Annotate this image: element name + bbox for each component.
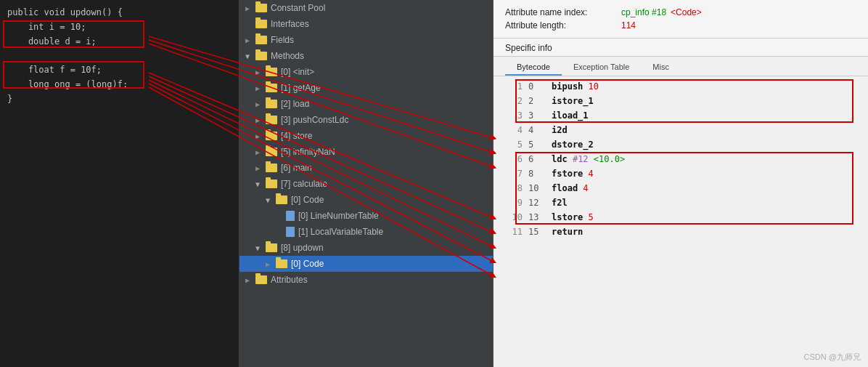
folder-icon-updown-code: [276, 259, 287, 268]
tree-item-updown[interactable]: ▼[8] updown: [239, 240, 493, 256]
attr-name-code: <Code>: [671, 7, 702, 17]
bc-offset: 8: [528, 169, 546, 179]
tree-arrow-updown: ▼: [255, 244, 266, 252]
bc-line-num: 8: [505, 183, 523, 193]
tree-arrow-constant-pool: ▶: [245, 4, 255, 12]
bc-offset: 6: [528, 154, 546, 164]
attr-name-label: Attribute name index:: [505, 7, 621, 17]
tab-misc[interactable]: Misc: [641, 60, 681, 76]
tree-item-pushConstLdc[interactable]: ▶[3] pushConstLdc: [239, 112, 493, 128]
tree-label-constant-pool: Constant Pool: [271, 3, 325, 13]
tree-arrow-init: ▶: [255, 68, 266, 76]
bc-instr: fstore 4: [552, 169, 594, 179]
tree-arrow-calc-code: ▼: [266, 196, 276, 204]
folder-icon-methods: [255, 52, 267, 60]
tree-item-attributes[interactable]: ▶Attributes: [239, 272, 493, 288]
attr-length-label: Attribute length:: [505, 20, 621, 31]
tree-item-calculate[interactable]: ▼[7] calculate: [239, 176, 493, 192]
right-panel: Attribute name index: cp_info #18 <Code>…: [494, 0, 868, 367]
tree-label-getAge: [1] getAge: [281, 83, 321, 93]
bc-line-num: 10: [505, 212, 523, 222]
bytecode-row-7[interactable]: 78fstore 4: [494, 166, 868, 181]
bc-instr: i2d: [552, 125, 568, 135]
tree-item-interfaces[interactable]: Interfaces: [239, 16, 493, 32]
bc-offset: 10: [528, 183, 546, 193]
tree-arrow-attributes: ▶: [245, 276, 255, 284]
bytecode-row-8[interactable]: 810fload 4: [494, 181, 868, 195]
attr-name-row: Attribute name index: cp_info #18 <Code>: [505, 7, 856, 17]
folder-icon-interfaces: [255, 20, 267, 28]
bc-line-num: 1: [505, 81, 523, 92]
attr-name-value: cp_info #18: [621, 7, 666, 17]
bytecode-row-9[interactable]: 912f2l: [494, 195, 868, 210]
tree-item-calc-code[interactable]: ▼[0] Code: [239, 192, 493, 208]
tree-label-line-number-table: [0] LineNumberTable: [298, 211, 379, 221]
tree-item-methods[interactable]: ▼Methods: [239, 48, 493, 64]
bytecode-row-3[interactable]: 33iload_1: [494, 108, 868, 123]
bytecode-row-11[interactable]: 1115return: [494, 225, 868, 239]
tree-item-load[interactable]: ▶[2] load: [239, 96, 493, 112]
tree-item-getAge[interactable]: ▶[1] getAge: [239, 80, 493, 96]
bc-line-num: 9: [505, 198, 523, 208]
bc-offset: 2: [528, 96, 546, 106]
folder-icon-calculate: [266, 180, 277, 188]
folder-icon-load: [266, 100, 277, 108]
code-text: public void updown() { int i = 10; doubl…: [7, 6, 232, 107]
bc-instr: f2l: [552, 198, 568, 208]
bytecode-row-1[interactable]: 10bipush 10: [494, 79, 868, 94]
bytecode-row-10[interactable]: 1013lstore 5: [494, 210, 868, 225]
tree-arrow-load: ▶: [255, 100, 266, 108]
bytecode-row-4[interactable]: 44i2d: [494, 123, 868, 137]
tree-item-constant-pool[interactable]: ▶Constant Pool: [239, 0, 493, 16]
tree-label-calculate: [7] calculate: [281, 179, 327, 189]
tree-arrow-getAge: ▶: [255, 84, 266, 92]
tree-item-init[interactable]: ▶[0] <init>: [239, 64, 493, 80]
specific-info-label: Specific info: [494, 39, 868, 57]
main-wrapper: public void updown() { int i = 10; doubl…: [0, 0, 868, 367]
tree-arrow-store: ▶: [255, 132, 266, 140]
file-icon-local-variable-table: [286, 227, 295, 237]
bc-instr: dstore_2: [552, 140, 594, 150]
bc-line-num: 6: [505, 154, 523, 164]
tree-item-local-variable-table[interactable]: [1] LocalVariableTable: [239, 224, 493, 240]
bc-instr: lstore 5: [552, 212, 594, 222]
tree-arrow-calculate: ▼: [255, 180, 266, 188]
bc-line-num: 4: [505, 125, 523, 135]
folder-icon-getAge: [266, 84, 277, 92]
tab-bytecode[interactable]: Bytecode: [505, 60, 562, 76]
tree-panel[interactable]: ▶Constant PoolInterfaces▶Fields▼Methods▶…: [239, 0, 494, 367]
folder-icon-constant-pool: [255, 4, 267, 12]
tree-item-line-number-table[interactable]: [0] LineNumberTable: [239, 208, 493, 224]
file-icon-line-number-table: [286, 211, 295, 221]
bc-offset: 5: [528, 140, 546, 150]
tree-arrow-updown-code: ▶: [266, 260, 276, 268]
bc-line-num: 7: [505, 169, 523, 179]
bc-offset: 4: [528, 125, 546, 135]
tree-arrow-fields: ▶: [245, 36, 255, 44]
tree-item-main[interactable]: ▶[6] main: [239, 160, 493, 176]
tree-item-infinityNaN[interactable]: ▶[5] infinityNaN: [239, 144, 493, 160]
bytecode-table[interactable]: 10bipush 1022istore_133iload_144i2d55dst…: [494, 76, 868, 242]
tree-item-store[interactable]: ▶[4] store: [239, 128, 493, 144]
tree-label-updown: [8] updown: [281, 243, 324, 253]
tree-item-fields[interactable]: ▶Fields: [239, 32, 493, 48]
folder-icon-calc-code: [276, 195, 287, 204]
bytecode-row-6[interactable]: 66ldc #12 <10.0>: [494, 152, 868, 166]
bc-offset: 3: [528, 110, 546, 121]
bc-instr: ldc #12 <10.0>: [552, 154, 625, 164]
bc-line-num: 5: [505, 140, 523, 150]
bytecode-row-5[interactable]: 55dstore_2: [494, 137, 868, 152]
folder-icon-updown: [266, 243, 277, 252]
tree-item-updown-code[interactable]: ▶[0] Code: [239, 256, 493, 272]
attr-length-row: Attribute length: 114: [505, 20, 856, 31]
tabs-row: BytecodeException TableMisc: [494, 57, 868, 76]
tree-label-infinityNaN: [5] infinityNaN: [281, 147, 335, 157]
bc-offset: 0: [528, 81, 546, 92]
bytecode-row-2[interactable]: 22istore_1: [494, 94, 868, 108]
code-panel: public void updown() { int i = 10; doubl…: [0, 0, 239, 367]
tree-arrow-pushConstLdc: ▶: [255, 116, 266, 124]
folder-icon-init: [266, 68, 277, 76]
bc-offset: 13: [528, 212, 546, 222]
tree-label-calc-code: [0] Code: [291, 195, 324, 205]
tab-exception-table[interactable]: Exception Table: [562, 60, 641, 76]
